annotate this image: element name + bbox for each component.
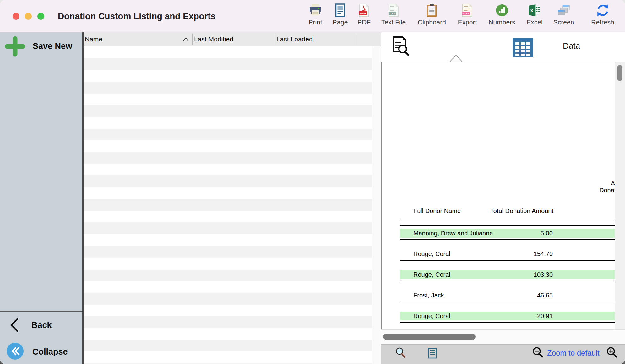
close-window-button[interactable] (13, 13, 19, 20)
column-header-last-loaded[interactable]: Last Loaded (276, 35, 313, 43)
plus-icon (4, 36, 26, 57)
column-divider (274, 34, 274, 45)
zoom-in-button[interactable] (606, 346, 619, 360)
toolbar-button-page[interactable]: Page (332, 3, 348, 26)
column-header-last-modified[interactable]: Last Modified (194, 35, 233, 43)
report-row-donor-name: Frost, Jack (413, 292, 444, 299)
sidebar: Save New Back Collapse (0, 32, 82, 364)
toolbar-label-clipboard: Clipboard (418, 19, 446, 26)
report-row-band: Rouge, Coral 103.30 (400, 270, 615, 279)
listing-table-body-empty[interactable] (84, 46, 372, 364)
preview-tab-bar: Preview Data (381, 32, 625, 62)
printer-icon (308, 3, 323, 18)
toolbar-label-export: Export (458, 19, 477, 26)
report-row-donor-name: Rouge, Coral (413, 250, 450, 258)
toolbar-button-excel[interactable]: X Excel (526, 3, 542, 26)
report-row-band: Frost, Jack 46.65 (400, 291, 615, 300)
collapse-double-chevron-icon (6, 342, 24, 360)
report-row-amount: 5.00 (541, 230, 553, 237)
document-preview-icon[interactable] (389, 36, 410, 56)
back-label[interactable]: Back (31, 320, 52, 330)
back-button[interactable] (8, 318, 22, 333)
report-preview-page[interactable]: A Donat Full Donor Name Total Donation A… (382, 62, 615, 329)
vertical-scrollbar-thumb[interactable] (617, 65, 622, 81)
collapse-button[interactable] (6, 342, 24, 360)
toolbar-button-refresh[interactable]: Refresh (591, 3, 614, 26)
text-file-icon: TXT (386, 3, 401, 18)
report-row[interactable]: Rouge, Coral 154.79 (400, 240, 615, 261)
report-rows: Manning, Drew and Julianne 5.00 Rouge, C… (400, 225, 615, 329)
toolbar-label-excel: Excel (526, 19, 542, 26)
report-row-donor-name: Rouge, Coral (413, 313, 450, 320)
clipboard-icon (425, 3, 439, 18)
save-new-label[interactable]: Save New (33, 41, 72, 51)
svg-text:TXT: TXT (389, 12, 396, 15)
svg-text:CSV: CSV (463, 12, 469, 15)
report-document-button[interactable] (427, 347, 438, 360)
report-header-rule (400, 219, 615, 219)
zoom-out-button[interactable] (531, 346, 545, 360)
svg-text:X: X (530, 8, 533, 13)
report-row[interactable]: Manning, Drew and Julianne 5.00 (400, 226, 615, 240)
toolbar-label-page: Page (332, 19, 348, 26)
toolbar-label-refresh: Refresh (591, 19, 614, 26)
excel-icon: X (527, 3, 542, 18)
collapse-label[interactable]: Collapse (32, 347, 68, 357)
toolbar-label-numbers: Numbers (488, 19, 515, 26)
document-icon (427, 347, 438, 359)
zoom-out-icon (531, 346, 545, 359)
report-row-amount: 154.79 (534, 250, 553, 258)
report-title-fragment-2: Donat (599, 187, 615, 194)
pdf-file-icon: PDF (357, 3, 371, 18)
toolbar-label-screen: Screen (553, 19, 574, 26)
report-row-band: Rouge, Coral 20.91 (400, 312, 615, 320)
report-row[interactable]: Frost, Jack 46.65 (400, 281, 615, 302)
title-bar: Donation Custom Listing and Exports Prin… (0, 0, 625, 32)
tab-data[interactable]: Data (563, 41, 580, 51)
report-column-header-donation-amount: Total Donation Amount (490, 207, 553, 215)
horizontal-scrollbar-thumb[interactable] (383, 334, 476, 340)
refresh-icon (595, 3, 610, 18)
data-grid-icon[interactable] (513, 38, 533, 57)
page-icon (333, 3, 347, 18)
active-tab-pointer-icon (449, 55, 463, 63)
toolbar-button-screen[interactable]: Screen (553, 3, 574, 26)
report-row-band: Rouge, Coral 154.79 (400, 249, 615, 258)
toolbar-button-print[interactable]: Print (308, 3, 323, 26)
toolbar-button-pdf[interactable]: PDF PDF (357, 3, 371, 26)
screen-windows-icon (557, 3, 571, 18)
report-row-donor-name: Manning, Drew and Julianne (413, 230, 493, 237)
toolbar-button-numbers[interactable]: Numbers (488, 3, 515, 26)
report-row-amount: 103.30 (534, 271, 553, 278)
preview-vertical-scrollbar[interactable] (615, 62, 625, 329)
preview-horizontal-scrollbar[interactable] (381, 329, 625, 344)
sort-ascending-icon (182, 37, 190, 42)
minimize-window-button[interactable] (25, 13, 32, 20)
listing-table-scrollbar-track[interactable] (372, 46, 381, 364)
report-column-header-donor-name: Full Donor Name (413, 207, 461, 215)
report-row-donor-name: Rouge, Coral (413, 271, 450, 278)
report-row[interactable]: Rouge, Coral 20.91 (400, 302, 615, 323)
preview-bottom-bar: Zoom to default (381, 344, 625, 364)
zoom-window-button[interactable] (37, 13, 44, 20)
report-title-fragment-1: A (611, 180, 615, 187)
toolbar-button-text-file[interactable]: TXT Text File (381, 3, 406, 26)
toolbar-button-clipboard[interactable]: Clipboard (418, 3, 446, 26)
zoom-to-default-link[interactable]: Zoom to default (547, 349, 600, 357)
report-row[interactable]: Rouge, Coral 72.40 (400, 323, 615, 329)
report-row[interactable]: Rouge, Coral 103.30 (400, 261, 615, 281)
search-report-button[interactable] (394, 347, 406, 361)
toolbar-button-export[interactable]: CSV Export (458, 3, 477, 26)
magnifier-icon (394, 347, 406, 360)
app-window: Donation Custom Listing and Exports Prin… (0, 0, 625, 364)
toolbar-label-text-file: Text File (381, 19, 406, 26)
numbers-app-icon (495, 3, 509, 18)
report-row-band: Manning, Drew and Julianne 5.00 (400, 229, 615, 238)
column-divider (192, 34, 193, 45)
toolbar-label-pdf: PDF (357, 19, 371, 26)
column-header-name[interactable]: Name (85, 35, 102, 43)
listing-table-header: Name Last Modified Last Loaded (84, 32, 381, 46)
report-row-amount: 20.91 (537, 313, 553, 320)
save-new-button[interactable] (4, 36, 26, 57)
svg-text:PDF: PDF (360, 12, 366, 15)
